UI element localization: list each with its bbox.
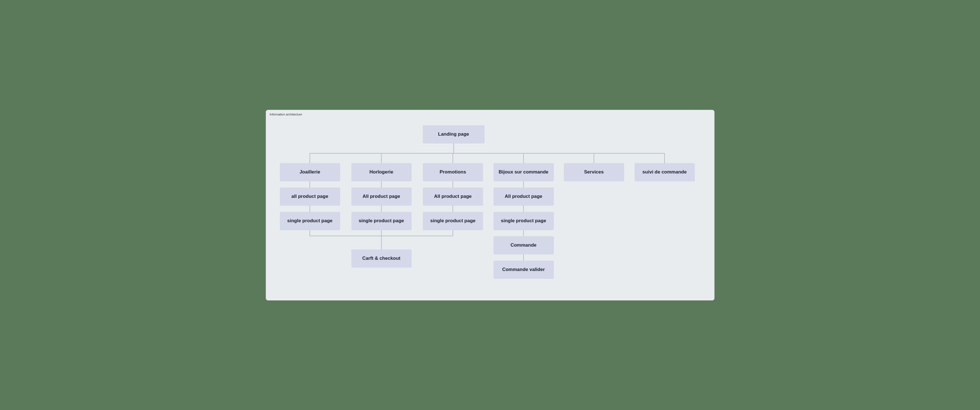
node-joaillerie-single: single product page	[280, 212, 340, 230]
node-joaillerie: Joaillerie	[280, 163, 340, 181]
node-services: Services	[564, 163, 624, 181]
node-horlogerie-all: All product page	[352, 188, 412, 206]
node-bijoux: Bijoux sur commande	[493, 163, 554, 181]
node-horlogerie: Horlogerie	[352, 163, 412, 181]
node-joaillerie-all: all product page	[280, 188, 340, 206]
node-commande: Commande	[493, 236, 554, 254]
node-bijoux-single: single product page	[493, 212, 554, 230]
node-landing: Landing page	[423, 125, 485, 143]
node-commande-valider: Commande valider	[493, 261, 554, 279]
node-promotions-single: single product page	[423, 212, 483, 230]
node-promotions: Promotions	[423, 163, 483, 181]
canvas: Information architecture	[266, 110, 714, 300]
node-promotions-all: All product page	[423, 188, 483, 206]
node-carft: Carft & checkout	[352, 249, 412, 268]
page-label: Information architecture	[270, 113, 302, 116]
node-suivi: suivi de commande	[635, 163, 695, 181]
node-horlogerie-single: single product page	[352, 212, 412, 230]
node-bijoux-all: All product page	[493, 188, 554, 206]
